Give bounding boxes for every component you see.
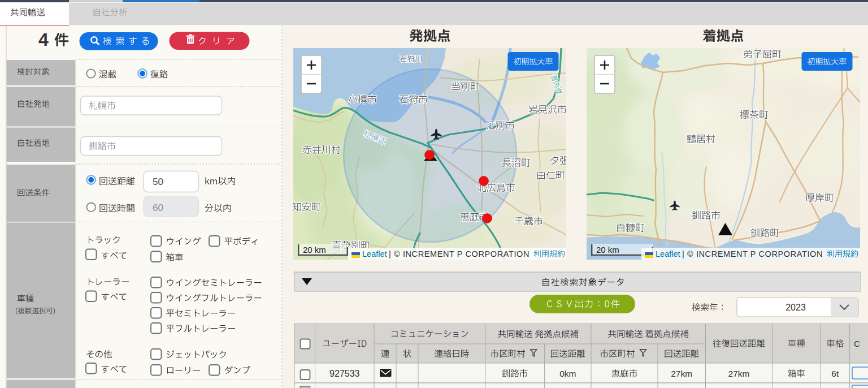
svg-text:20 km: 20 km xyxy=(303,245,326,255)
svg-text:50: 50 xyxy=(153,176,163,187)
svg-text:27km: 27km xyxy=(728,369,750,378)
svg-text:| © INCREMENT P CORPORATION: | © INCREMENT P CORPORATION xyxy=(389,249,530,258)
svg-text:Leaflet: Leaflet xyxy=(362,249,387,258)
svg-text:60: 60 xyxy=(153,202,163,213)
svg-text:4: 4 xyxy=(38,29,49,50)
svg-text:6t: 6t xyxy=(831,369,839,378)
svg-text:Leaflet: Leaflet xyxy=(656,249,680,258)
svg-text:927533: 927533 xyxy=(329,369,359,378)
svg-text:0km: 0km xyxy=(559,369,576,378)
svg-text:C: C xyxy=(854,339,860,348)
svg-text:2023: 2023 xyxy=(785,303,806,312)
svg-text:27km: 27km xyxy=(671,369,692,378)
svg-text:20 km: 20 km xyxy=(596,245,619,255)
svg-text:| © INCREMENT P CORPORATION: | © INCREMENT P CORPORATION xyxy=(682,249,823,258)
